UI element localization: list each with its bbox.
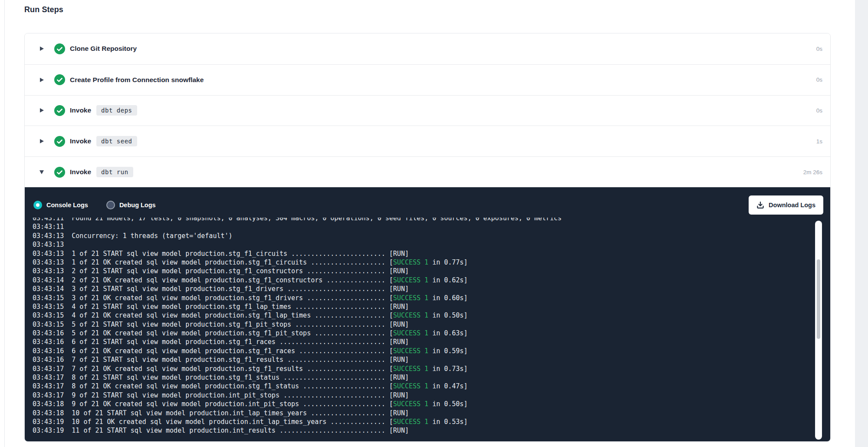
debug-logs-label[interactable]: Debug Logs [119,202,156,209]
log-timestamp: 03:43:14 [33,285,64,293]
step-row[interactable]: Invoke dbt seed 1s [25,126,830,156]
log-timestamp: 03:43:13 [33,250,64,258]
download-logs-label: Download Logs [769,202,815,209]
log-message: 7 of 21 OK created sql view model produc… [64,365,467,373]
log-line: 03:43:1911 of 21 START sql view model pr… [33,426,830,435]
log-timestamp: 03:43:17 [33,382,64,390]
success-text: SUCCESS 1 [393,311,428,319]
success-text: SUCCESS 1 [393,400,428,408]
step-duration: 0s [816,46,822,52]
console-panel: Console Logs Debug Logs Download Logs 03… [25,187,830,441]
success-text: SUCCESS 1 [393,276,428,284]
log-viewport[interactable]: 03:43:11Found 21 models, 17 tests, 0 sna… [25,218,830,437]
check-circle-icon [54,43,65,54]
steps-list: Clone Git Repository 0s Create Profile f… [25,33,830,187]
caret-right-icon[interactable] [40,139,44,143]
log-timestamp: 03:43:13 [33,232,64,240]
log-line: 03:43:166 of 21 OK created sql view mode… [33,347,830,355]
log-timestamp: 03:43:13 [33,267,64,275]
log-line: 03:43:179 of 21 START sql view model pro… [33,391,830,400]
log-line: 03:43:11Found 21 models, 17 tests, 0 sna… [33,218,830,222]
log-message: 10 of 21 START sql view model production… [64,409,409,417]
check-circle-icon [54,74,65,85]
debug-logs-radio[interactable]: Debug Logs [106,201,156,209]
console-scrollbar[interactable] [815,221,822,440]
log-line: 03:43:1910 of 21 OK created sql view mod… [33,417,830,426]
log-content: 03:43:11Found 21 models, 17 tests, 0 sna… [33,218,830,435]
log-message: 1 of 21 START sql view model production.… [64,250,409,258]
content-left-divider [4,0,5,447]
success-text: SUCCESS 1 [393,365,428,373]
log-message: Found 21 models, 17 tests, 0 snapshots, … [64,218,562,222]
step-label: Create Profile from Connection snowflake [70,76,204,84]
step-command-badge: dbt deps [96,105,137,116]
log-line: 03:43:154 of 21 START sql view model pro… [33,302,830,311]
log-message: 4 of 21 START sql view model production.… [64,303,409,311]
step-row[interactable]: Clone Git Repository 0s [25,33,830,64]
log-timestamp: 03:43:15 [33,294,64,302]
log-message: 8 of 21 OK created sql view model produc… [64,382,467,390]
log-line: 03:43:1810 of 21 START sql view model pr… [33,409,830,417]
log-message: 4 of 21 OK created sql view model produc… [64,311,467,319]
log-line: 03:43:153 of 21 OK created sql view mode… [33,294,830,302]
log-message: 5 of 21 START sql view model production.… [64,321,409,328]
log-message: 9 of 21 OK created sql view model produc… [64,400,467,408]
page-right-gutter [855,0,868,447]
console-logs-radio[interactable]: Console Logs [33,201,88,209]
console-scrollbar-thumb[interactable] [817,259,820,339]
log-timestamp: 03:43:16 [33,356,64,364]
caret-right-icon[interactable] [40,108,44,113]
success-text: SUCCESS 1 [393,418,428,426]
log-message: 2 of 21 OK created sql view model produc… [64,276,467,284]
success-text: SUCCESS 1 [393,294,428,302]
log-line: 03:43:166 of 21 START sql view model pro… [33,338,830,346]
log-line: 03:43:178 of 21 START sql view model pro… [33,373,830,382]
step-row[interactable]: Create Profile from Connection snowflake… [25,64,830,95]
log-message: 8 of 21 START sql view model production.… [64,374,409,381]
log-timestamp: 03:43:17 [33,374,64,381]
step-label: Invoke [70,168,91,176]
log-line: 03:43:155 of 21 START sql view model pro… [33,320,830,329]
step-row[interactable]: Invoke dbt run 2m 26s [25,156,830,187]
log-message: 1 of 21 OK created sql view model produc… [64,258,467,266]
download-icon [756,201,764,209]
log-message [64,241,72,248]
log-message: Concurrency: 1 threads (target='default'… [64,232,232,240]
download-logs-button[interactable]: Download Logs [749,195,823,215]
log-timestamp: 03:43:17 [33,391,64,399]
console-header: Console Logs Debug Logs Download Logs [25,187,830,218]
run-steps-card: Clone Git Repository 0s Create Profile f… [24,33,831,442]
log-timestamp: 03:43:19 [33,427,64,434]
log-timestamp: 03:43:16 [33,329,64,337]
success-text: SUCCESS 1 [393,382,428,390]
log-timestamp: 03:43:18 [33,400,64,408]
log-message: 6 of 21 START sql view model production.… [64,338,409,346]
step-row[interactable]: Invoke dbt deps 0s [25,95,830,126]
log-line: 03:43:165 of 21 OK created sql view mode… [33,329,830,338]
caret-down-icon[interactable] [39,170,44,174]
log-timestamp: 03:43:11 [33,223,64,231]
log-message: 6 of 21 OK created sql view model produc… [64,347,467,355]
step-label: Invoke [70,137,91,145]
radio-selected-icon[interactable] [33,201,42,209]
caret-right-icon[interactable] [40,46,44,51]
console-logs-label[interactable]: Console Logs [46,202,88,209]
log-timestamp: 03:43:15 [33,303,64,311]
step-duration: 0s [816,76,822,83]
log-line: 03:43:167 of 21 START sql view model pro… [33,355,830,364]
log-timestamp: 03:43:18 [33,409,64,417]
log-timestamp: 03:43:15 [33,321,64,328]
check-circle-icon [54,105,65,116]
step-label: Clone Git Repository [70,45,137,53]
radio-unselected-icon[interactable] [106,201,115,209]
caret-right-icon[interactable] [40,78,44,82]
log-line: 03:43:13Concurrency: 1 threads (target='… [33,232,830,240]
log-message: 3 of 21 OK created sql view model produc… [64,294,467,302]
step-command-badge: dbt seed [96,136,137,146]
log-message: 10 of 21 OK created sql view model produ… [64,418,467,426]
log-timestamp: 03:43:15 [33,311,64,319]
log-timestamp: 03:43:17 [33,365,64,373]
log-timestamp: 03:43:16 [33,347,64,355]
log-line: 03:43:143 of 21 START sql view model pro… [33,285,830,293]
log-line: 03:43:178 of 21 OK created sql view mode… [33,382,830,391]
